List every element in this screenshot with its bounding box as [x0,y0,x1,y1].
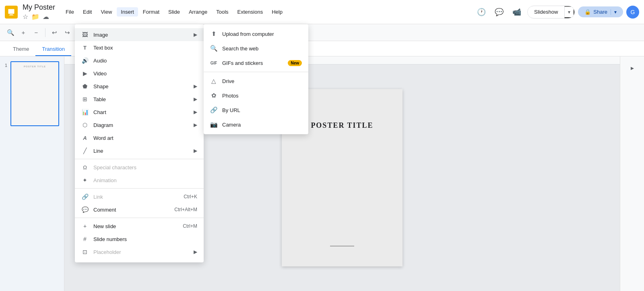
doc-icons: ☆ 📁 ☁ [23,13,55,21]
menu-row-placeholder: ⊡ Placeholder ▶ [75,245,204,258]
submenu-row-gifs[interactable]: GIF GIFs and stickers New [204,56,308,70]
toolbar-sep-1 [45,28,45,37]
zoom-in-button[interactable]: + [18,27,29,38]
tab-theme[interactable]: Theme [6,43,35,56]
submenu-row-photos[interactable]: ✿ Photos [204,88,308,103]
menu-slide[interactable]: Slide [164,7,184,17]
menu-file[interactable]: File [62,7,78,17]
menu-row-link: 🔗 Link Ctrl+K [75,190,204,203]
menu-insert[interactable]: Insert [117,7,138,17]
placeholder-menu-label: Placeholder [93,249,189,255]
search-button[interactable]: 🔍 [5,27,16,38]
new-slide-shortcut: Ctrl+M [183,223,197,229]
slide-thumbnail[interactable]: POSTER TITLE [10,61,59,126]
upload-label: Upload from computer [222,31,274,37]
menu-tools[interactable]: Tools [212,7,232,17]
menu-row-diagram[interactable]: ⬡ Diagram ▶ [75,118,204,131]
menu-edit[interactable]: Edit [79,7,96,17]
search-web-label: Search the web [222,46,258,52]
user-avatar[interactable]: G [626,6,639,19]
menu-format[interactable]: Format [139,7,163,17]
history-button[interactable]: 🕐 [474,5,489,19]
comment-button[interactable]: 💬 [492,5,506,19]
diagram-menu-label: Diagram [93,122,189,128]
submenu-separator [204,72,308,72]
submenu-row-drive[interactable]: △ Drive [204,74,308,88]
insert-menu-section-1: 🖼 Image ▶ T Text box 🔊 Audio ▶ Video ⬟ S… [75,27,204,159]
video-call-button[interactable]: 📹 [510,5,524,19]
textbox-menu-label: Text box [93,45,197,51]
share-button[interactable]: 🔒 Share ▾ [578,6,623,17]
camera-label: Camera [222,122,241,128]
gifs-icon: GIF [210,59,217,67]
menu-row-slide-numbers[interactable]: # Slide numbers [75,233,204,245]
cloud-icon[interactable]: ☁ [43,13,49,21]
table-menu-label: Table [93,96,189,102]
menu-arrange[interactable]: Arrange [185,7,211,17]
share-dropdown-icon: ▾ [611,9,617,15]
submenu-row-search-web[interactable]: 🔍 Search the web [204,41,308,56]
insert-menu: 🖼 Image ▶ T Text box 🔊 Audio ▶ Video ⬟ S… [75,24,204,262]
menu-view[interactable]: View [97,7,116,17]
submenu-row-by-url[interactable]: 🔗 By URL [204,103,308,117]
diagram-submenu-arrow: ▶ [194,122,197,128]
menu-row-comment[interactable]: 💬 Comment Ctrl+Alt+M [75,203,204,216]
menu-row-shape[interactable]: ⬟ Shape ▶ [75,80,204,93]
textbox-menu-icon: T [81,44,89,51]
menu-row-table[interactable]: ⊞ Table ▶ [75,93,204,106]
star-icon[interactable]: ☆ [23,13,28,21]
link-shortcut: Ctrl+K [184,194,197,200]
menu-row-video[interactable]: ▶ Video [75,67,204,80]
right-panel-expand-button[interactable]: ▸ [624,60,640,76]
animation-menu-icon: ✦ [81,177,89,184]
image-submenu: ⬆ Upload from computer 🔍 Search the web … [204,24,308,134]
insert-menu-section-4: + New slide Ctrl+M # Slide numbers ⊡ Pla… [75,218,204,260]
menu-extensions[interactable]: Extensions [233,7,267,17]
folder-icon[interactable]: 📁 [31,13,39,21]
menu-help[interactable]: Help [268,7,287,17]
menu-row-new-slide[interactable]: + New slide Ctrl+M [75,220,204,233]
line-menu-icon: ╱ [81,147,89,154]
menu-row-audio[interactable]: 🔊 Audio [75,54,204,67]
lock-icon: 🔒 [584,9,591,15]
chart-submenu-arrow: ▶ [194,109,197,115]
menu-row-line[interactable]: ╱ Line ▶ [75,144,204,157]
slideshow-main-button[interactable]: Slideshow [528,6,564,17]
svg-rect-2 [9,15,14,15]
insert-menu-section-2: Ω Special characters ✦ Animation [75,159,204,189]
topbar-right: 🕐 💬 📹 Slideshow ▾ 🔒 Share ▾ G [474,5,639,19]
submenu-row-camera[interactable]: 📷 Camera [204,117,308,132]
camera-icon: 📷 [210,121,217,128]
menu-row-textbox[interactable]: T Text box [75,41,204,54]
slide-numbers-menu-label: Slide numbers [93,236,197,242]
comment-menu-icon: 💬 [81,206,89,213]
audio-menu-label: Audio [93,58,197,64]
redo-button[interactable]: ↪ [62,27,73,38]
submenu-row-upload[interactable]: ⬆ Upload from computer [204,27,308,41]
menu-row-wordart[interactable]: A Word art [75,131,204,144]
insert-menu-section-3: 🔗 Link Ctrl+K 💬 Comment Ctrl+Alt+M [75,189,204,218]
wordart-menu-icon: A [81,134,89,141]
table-submenu-arrow: ▶ [194,96,197,102]
doc-title[interactable]: My Poster [23,3,55,12]
undo-button[interactable]: ↩ [49,27,60,38]
zoom-out-button[interactable]: − [31,27,42,38]
by-url-icon: 🔗 [210,106,217,114]
menu-row-image[interactable]: 🖼 Image ▶ [75,28,204,41]
link-menu-icon: 🔗 [81,193,89,200]
share-label: Share [593,9,607,15]
slideshow-dropdown-button[interactable]: ▾ [564,6,574,18]
drive-label: Drive [222,78,234,84]
placeholder-submenu-arrow: ▶ [194,249,197,255]
gifs-label: GIFs and stickers [222,60,263,66]
audio-menu-icon: 🔊 [81,57,89,64]
svg-rect-0 [8,9,14,14]
slide-numbers-menu-icon: # [81,235,89,243]
diagram-menu-icon: ⬡ [81,121,89,129]
tab-transition[interactable]: Transition [35,43,71,56]
shape-menu-label: Shape [93,83,189,89]
menu-row-chart[interactable]: 📊 Chart ▶ [75,106,204,118]
by-url-label: By URL [222,107,240,113]
special-chars-menu-icon: Ω [81,164,89,171]
drive-icon: △ [210,77,217,85]
